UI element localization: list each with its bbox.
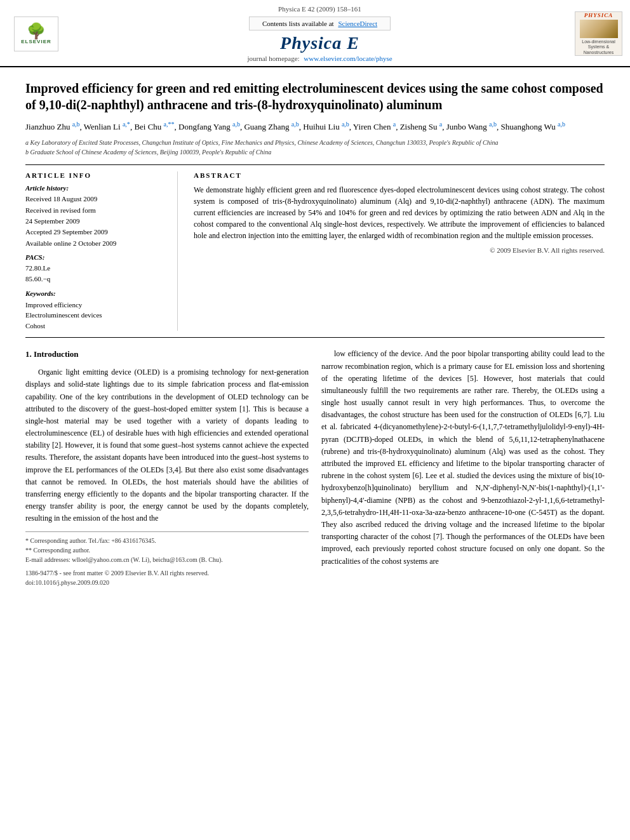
article-history-label: Article history: — [25, 184, 168, 192]
affiliations: a Key Laboratory of Excited State Proces… — [25, 138, 605, 157]
keywords-section: Keywords: Improved efficiency Electrolum… — [25, 290, 168, 331]
section1-title: 1. Introduction — [25, 348, 309, 361]
elsevier-logo-image: 🌳 ELSEVIER — [14, 17, 58, 51]
tree-icon: 🌳 — [21, 23, 51, 39]
keyword-2: Electroluminescent devices — [25, 310, 168, 321]
section1-paragraph2: low efficiency of the device. And the po… — [321, 348, 605, 567]
sciencedirect-link[interactable]: ScienceDirect — [338, 20, 377, 27]
footnote-email: E-mail addresses: wlloel@yahoo.com.cn (W… — [25, 555, 309, 564]
section1-paragraph1: Organic light emitting device (OLED) is … — [25, 366, 309, 524]
physica-logo-text: PHYSICA — [584, 12, 613, 18]
info-abstract-section: ARTICLE INFO Article history: Received 1… — [25, 164, 605, 338]
physica-logo: PHYSICA Low-dimensionalSystems & Nanostr… — [575, 11, 622, 56]
accepted-date: Accepted 29 September 2009 — [25, 227, 168, 237]
body-col-left: 1. Introduction Organic light emitting d… — [25, 348, 309, 587]
homepage-link[interactable]: www.elsevier.com/locate/physe — [304, 55, 392, 62]
journal-header: 🌳 ELSEVIER Physica E 42 (2009) 158–161 C… — [0, 0, 630, 67]
pacs-1: 72.80.Le — [25, 263, 168, 273]
pacs-label: PACS: — [25, 253, 168, 261]
article-title: Improved efficiency for green and red em… — [25, 80, 605, 113]
main-content: Improved efficiency for green and red em… — [0, 67, 630, 600]
available-date: Available online 2 October 2009 — [25, 239, 168, 248]
footnote-doi: doi:10.1016/j.physe.2009.09.020 — [25, 578, 309, 587]
abstract-heading: ABSTRACT — [194, 171, 605, 179]
physica-sub: Low-dimensionalSystems & Nanostructures — [575, 39, 622, 55]
article-info-heading: ARTICLE INFO — [25, 171, 168, 179]
footnote-star: * Corresponding author. Tel./fax: +86 43… — [25, 536, 309, 545]
affiliation-b: b Graduate School of Chinese Academy of … — [25, 147, 605, 157]
received-revised-date: 24 September 2009 — [25, 217, 168, 226]
authors: Jianzhuo Zhu a,b, Wenlian Li a,*, Bei Ch… — [25, 119, 605, 134]
contents-bar: Contents lists available at ScienceDirec… — [249, 17, 391, 30]
copyright: © 2009 Elsevier B.V. All rights reserved… — [194, 246, 605, 254]
journal-homepage: journal homepage: www.elsevier.com/locat… — [65, 55, 575, 62]
journal-meta: Physica E 42 (2009) 158–161 — [65, 5, 575, 13]
received-date: Received 18 August 2009 — [25, 194, 168, 204]
contents-text: Contents lists available at — [262, 20, 334, 27]
footnotes: * Corresponding author. Tel./fax: +86 43… — [25, 531, 309, 587]
received-revised-label: Received in revised form — [25, 206, 168, 215]
abstract-text: We demonstrate highly efficient green an… — [194, 184, 605, 241]
physica-decoration — [580, 20, 618, 38]
footnote-double-star: ** Corresponding author. — [25, 545, 309, 555]
keyword-3: Cohost — [25, 321, 168, 331]
abstract-col: ABSTRACT We demonstrate highly efficient… — [191, 171, 605, 331]
pacs-2: 85.60.−q — [25, 274, 168, 284]
keywords-label: Keywords: — [25, 290, 168, 297]
elsevier-logo: 🌳 ELSEVIER — [8, 17, 65, 51]
footnote-issn: 1386-9477/$ - see front matter © 2009 El… — [25, 568, 309, 578]
affiliation-a: a Key Laboratory of Excited State Proces… — [25, 138, 605, 147]
keyword-1: Improved efficiency — [25, 300, 168, 310]
journal-header-center: Physica E 42 (2009) 158–161 Contents lis… — [65, 5, 575, 62]
body-section: 1. Introduction Organic light emitting d… — [25, 348, 605, 587]
body-col-right: low efficiency of the device. And the po… — [321, 348, 605, 587]
pacs-section: PACS: 72.80.Le 85.60.−q — [25, 253, 168, 284]
article-info-col: ARTICLE INFO Article history: Received 1… — [25, 171, 178, 331]
journal-name: Physica E — [65, 33, 575, 53]
